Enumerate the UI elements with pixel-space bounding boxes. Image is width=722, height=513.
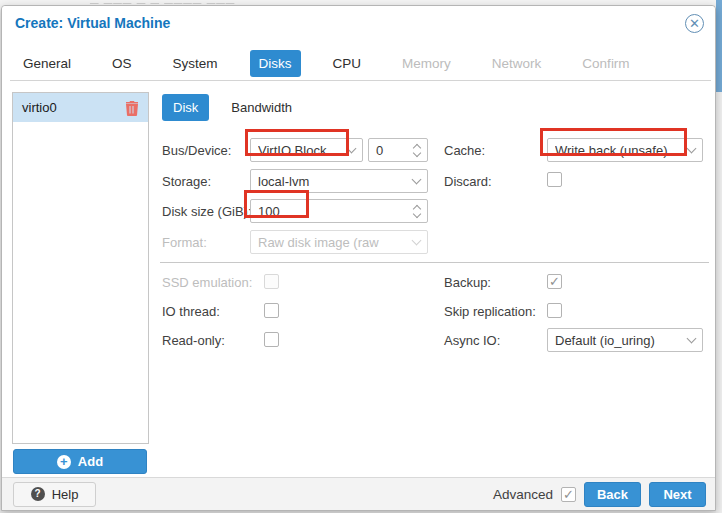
backup-checkbox[interactable]: ✓ [547, 274, 562, 289]
backup-label: Backup: [444, 275, 491, 290]
add-button-label: Add [78, 454, 103, 469]
discard-checkbox[interactable]: ✓ [547, 172, 562, 187]
tab-system[interactable]: System [164, 50, 227, 77]
chevron-down-icon [687, 143, 697, 153]
add-button[interactable]: + Add [13, 449, 147, 474]
wizard-tab-bar: General OS System Disks CPU Memory Netwo… [14, 48, 703, 78]
list-item-virtio0[interactable]: virtio0 [13, 93, 148, 122]
dialog-footer: ? Help Advanced ✓ Back Next [2, 477, 715, 510]
format-label: Format: [162, 235, 207, 250]
tab-os[interactable]: OS [103, 50, 141, 77]
close-icon[interactable]: ✕ [685, 14, 704, 33]
next-button[interactable]: Next [649, 482, 706, 507]
disks-panel: virtio0 + Add Disk Bandwidth Bus/Device:… [10, 80, 711, 478]
dialog-title: Create: Virtual Machine [15, 15, 170, 31]
bus-device-label: Bus/Device: [162, 143, 231, 158]
discard-label: Discard: [444, 174, 492, 189]
tab-general[interactable]: General [14, 50, 80, 77]
disk-item-label: virtio0 [22, 100, 125, 115]
io-thread-label: IO thread: [162, 304, 220, 319]
chevron-down-icon [347, 143, 357, 153]
help-button[interactable]: ? Help [13, 482, 96, 507]
spinner-arrows-icon[interactable] [414, 145, 420, 156]
storage-select[interactable]: local-lvm [250, 169, 428, 193]
tab-bandwidth[interactable]: Bandwidth [220, 94, 303, 121]
skip-replication-checkbox[interactable]: ✓ [547, 303, 562, 318]
skip-replication-label: Skip replication: [444, 304, 536, 319]
scrollbar-thumb[interactable] [716, 0, 722, 92]
dialog-header: Create: Virtual Machine ✕ [2, 6, 715, 40]
chevron-down-icon [412, 235, 422, 245]
bus-index-spinner[interactable]: 0 [368, 138, 428, 162]
disk-size-spinner[interactable]: 100 [250, 199, 428, 223]
advanced-checkbox[interactable]: ✓ [561, 487, 576, 502]
tab-network: Network [483, 50, 551, 77]
disk-size-label: Disk size (GiB): [162, 204, 252, 219]
async-io-label: Async IO: [444, 333, 500, 348]
cache-select[interactable]: Write back (unsafe) [547, 138, 703, 162]
tab-disk[interactable]: Disk [162, 94, 209, 121]
ssd-emulation-checkbox: ✓ [264, 274, 279, 289]
spinner-arrows-icon[interactable] [414, 206, 420, 217]
tab-disks[interactable]: Disks [250, 50, 301, 77]
bus-device-select[interactable]: VirtIO Block [250, 138, 363, 162]
help-button-label: Help [52, 487, 79, 502]
create-vm-dialog: Create: Virtual Machine ✕ General OS Sys… [1, 5, 716, 511]
chevron-down-icon [687, 333, 697, 343]
disk-list: virtio0 [12, 92, 149, 444]
panel-tab-bar: Disk Bandwidth [162, 94, 303, 121]
back-button[interactable]: Back [584, 482, 641, 507]
chevron-down-icon [412, 174, 422, 184]
tab-confirm: Confirm [573, 50, 638, 77]
plus-circle-icon: + [57, 455, 71, 469]
trash-icon[interactable] [125, 100, 139, 116]
tab-cpu[interactable]: CPU [324, 50, 371, 77]
advanced-label: Advanced [493, 487, 553, 502]
cache-label: Cache: [444, 143, 485, 158]
section-divider [160, 262, 709, 263]
background-scrollbar[interactable] [716, 0, 722, 513]
storage-label: Storage: [162, 174, 211, 189]
io-thread-checkbox[interactable]: ✓ [264, 303, 279, 318]
read-only-checkbox[interactable]: ✓ [264, 332, 279, 347]
async-io-select[interactable]: Default (io_uring) [547, 328, 703, 352]
read-only-label: Read-only: [162, 333, 225, 348]
tab-memory: Memory [393, 50, 460, 77]
ssd-emulation-label: SSD emulation: [162, 275, 252, 290]
format-select: Raw disk image (raw [250, 230, 428, 254]
help-icon: ? [31, 487, 45, 501]
